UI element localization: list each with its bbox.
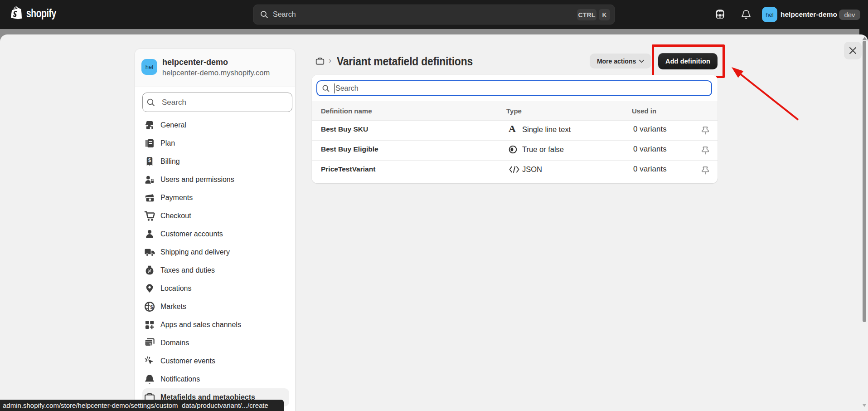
svg-text:$: $	[150, 304, 153, 310]
svg-text:$: $	[148, 157, 151, 163]
